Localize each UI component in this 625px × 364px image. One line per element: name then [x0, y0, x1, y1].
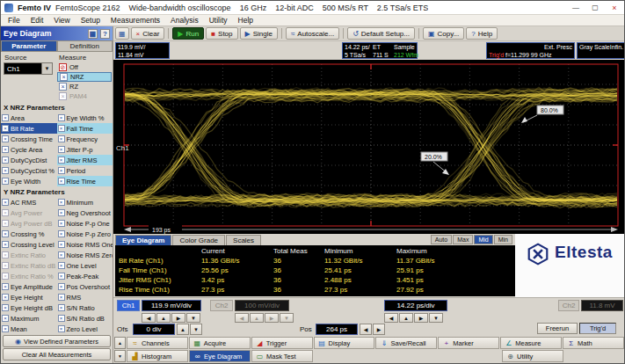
spin-right-button[interactable]: ▶	[373, 324, 385, 335]
tab-definition[interactable]: Definition	[57, 40, 113, 52]
spin-down-button[interactable]: ▼	[429, 313, 443, 323]
x-param-area[interactable]: ×Area	[1, 113, 57, 123]
measure-option-pam4[interactable]: ×PAM4	[57, 91, 112, 101]
spin-up-button[interactable]: ▲	[250, 313, 264, 323]
menu-button-utility[interactable]: ⊕Utility	[502, 350, 563, 362]
x-param-frequency[interactable]: ×Frequency	[57, 134, 113, 144]
copy-button[interactable]: ▣Copy...	[423, 27, 464, 40]
source-dropdown[interactable]: Ch1 ▼	[4, 62, 53, 75]
trigd-button[interactable]: Trig'd	[579, 323, 616, 334]
x-param-bit-rate[interactable]: ×Bit Rate	[1, 123, 57, 134]
minimize-button[interactable]: —	[566, 1, 585, 15]
x-param-jitter-rms[interactable]: ×Jitter RMS	[57, 155, 113, 165]
menu-button-histogram[interactable]: ▟Histogram	[127, 350, 188, 362]
menu-collapse-up-icon[interactable]: ▲	[114, 337, 126, 349]
layout-button[interactable]: ▦	[115, 27, 129, 40]
menu-button-display[interactable]: ▤Display	[314, 337, 375, 349]
y-param-extinc-ratio[interactable]: ×Extinc Ratio %	[1, 271, 57, 281]
y-param-crossing[interactable]: ×Crossing %	[1, 229, 57, 239]
menu-button-measure[interactable]: ∠Measure	[500, 337, 562, 349]
y-param-ac-rms[interactable]: ×AC RMS	[1, 197, 57, 207]
menu-edit[interactable]: Edit	[25, 16, 49, 25]
dropdown-arrow-icon[interactable]: ▼	[41, 63, 52, 74]
spin-left-button[interactable]: ◀	[384, 313, 398, 323]
y-param-one-level[interactable]: ×One Level	[57, 260, 113, 271]
measure-option-off[interactable]: ⊘Off	[57, 62, 112, 72]
view-defined-parameters-button[interactable]: ◉ View Defined Parameters	[3, 335, 111, 347]
x-param-period[interactable]: ×Period	[57, 165, 113, 176]
spin-down-button[interactable]: ▼	[186, 313, 200, 323]
y-param-noise-rms-one[interactable]: ×Noise RMS One	[57, 239, 113, 250]
results-tab-color-grade[interactable]: Color Grade	[172, 235, 225, 245]
y-param-minimum[interactable]: ×Minimum	[57, 197, 113, 207]
y-param-peak-peak[interactable]: ×Peak-Peak	[57, 271, 113, 281]
menu-view[interactable]: View	[48, 16, 75, 25]
spin-up-button[interactable]: ▲	[399, 313, 413, 323]
x-param-fall-time[interactable]: ×Fall Time	[57, 123, 113, 134]
y-param-rms[interactable]: ×RMS	[57, 292, 113, 302]
x-param-dutycycdist[interactable]: ×DutyCycDist	[1, 155, 57, 165]
freerun-button[interactable]: Freerun	[537, 323, 578, 334]
level-button-mid[interactable]: Mid	[474, 235, 492, 244]
y-param-maximum[interactable]: ×Maximum	[1, 313, 57, 324]
default-setup-button[interactable]: ↺Default Setup...	[347, 27, 415, 40]
menu-setup[interactable]: Setup	[76, 16, 105, 25]
y-param-avg-power-db[interactable]: ×Avg Power dB	[1, 218, 57, 229]
y-param-mean[interactable]: ×Mean	[1, 324, 57, 334]
panel-help-icon[interactable]: ?	[100, 29, 110, 39]
menu-button-channels[interactable]: ≈Channels	[127, 337, 188, 349]
x-param-crossing-time[interactable]: ×Crossing Time	[1, 134, 57, 144]
level-button-min[interactable]: Min	[494, 235, 512, 244]
menu-help[interactable]: Help	[233, 16, 258, 25]
menu-collapse-down-icon[interactable]: ▼	[114, 350, 126, 362]
menu-button-eye-diagram[interactable]: ∞Eye Diagram	[189, 350, 251, 362]
results-tab-eye-diagram[interactable]: Eye Diagram	[115, 235, 171, 245]
spin-up-button[interactable]: ▲	[156, 313, 171, 323]
run-button[interactable]: ▶Run	[172, 27, 204, 40]
spin-right-button[interactable]: ▶	[265, 313, 279, 323]
stop-button[interactable]: ■Stop	[206, 27, 237, 40]
trigger-source-button[interactable]: Ch2	[558, 300, 579, 311]
level-button-auto[interactable]: Auto	[431, 235, 452, 244]
waveform-display[interactable]: Ch1193 ps80.0%20.0%	[113, 60, 624, 234]
menu-button-math[interactable]: ΣMath	[563, 337, 624, 349]
y-param-extinc-ratio-db[interactable]: ×Extinc Ratio dB	[1, 260, 57, 271]
spin-down-button[interactable]: ▼	[280, 313, 294, 323]
autoscale-button[interactable]: ≈Autoscale...	[286, 27, 339, 40]
y-param-eye-height[interactable]: ×Eye Height	[1, 292, 57, 302]
close-button[interactable]: ×	[605, 1, 624, 15]
x-param-cycle-area[interactable]: ×Cycle Area	[1, 144, 57, 155]
single-button[interactable]: ▶Single	[240, 27, 278, 40]
measure-option-nrz[interactable]: ×NRZ	[57, 72, 112, 82]
level-button-max[interactable]: Max	[453, 235, 473, 244]
help-button[interactable]: ?Help	[466, 27, 498, 40]
ch2-button[interactable]: Ch2	[210, 300, 233, 311]
menu-file[interactable]: File	[3, 16, 25, 25]
maximize-button[interactable]: ▢	[585, 1, 605, 15]
menu-button-acquire[interactable]: ▦Acquire	[189, 337, 251, 349]
menu-utility[interactable]: Utility	[204, 16, 233, 25]
menu-button-trigger[interactable]: ◢Trigger	[251, 337, 313, 349]
y-param-crossing-level[interactable]: ×Crossing Level	[1, 239, 57, 250]
clear-all-measurements-button[interactable]: Clear All Measurements	[3, 348, 111, 360]
x-param-eye-width[interactable]: ×Eye Width	[1, 176, 57, 186]
results-tab-scales[interactable]: Scales	[226, 235, 261, 245]
y-param-pos-overshoot[interactable]: ×Pos Overshoot	[57, 281, 113, 292]
menu-button-marker[interactable]: +Marker	[438, 337, 499, 349]
tab-parameter[interactable]: Parameter	[1, 40, 57, 52]
y-param-avg-power[interactable]: ×Avg Power	[1, 207, 57, 218]
panel-chart-icon[interactable]: ▦	[88, 29, 98, 39]
y-param-noise-p-p-zero[interactable]: ×Noise P-p Zero	[57, 229, 113, 239]
x-param-jitter-p-p[interactable]: ×Jitter P-p	[57, 144, 113, 155]
y-param-eye-amplitude[interactable]: ×Eye Amplitude	[1, 281, 57, 292]
y-param-s-n-ratio-db[interactable]: ×S/N Ratio dB	[57, 313, 113, 324]
spin-left-button[interactable]: ◀	[360, 324, 372, 335]
menu-analysis[interactable]: Analysis	[165, 16, 204, 25]
y-param-noise-p-p-one[interactable]: ×Noise P-p One	[57, 218, 113, 229]
measure-option-rz[interactable]: ×RZ	[57, 82, 112, 91]
spin-right-button[interactable]: ▶	[171, 313, 185, 323]
y-param-noise-rms-zero[interactable]: ×Noise RMS Zero	[57, 250, 113, 260]
spin-up-button[interactable]: ▲	[177, 324, 189, 335]
spin-left-button[interactable]: ◀	[142, 313, 156, 323]
x-param-rise-time[interactable]: ×Rise Time	[57, 176, 113, 186]
